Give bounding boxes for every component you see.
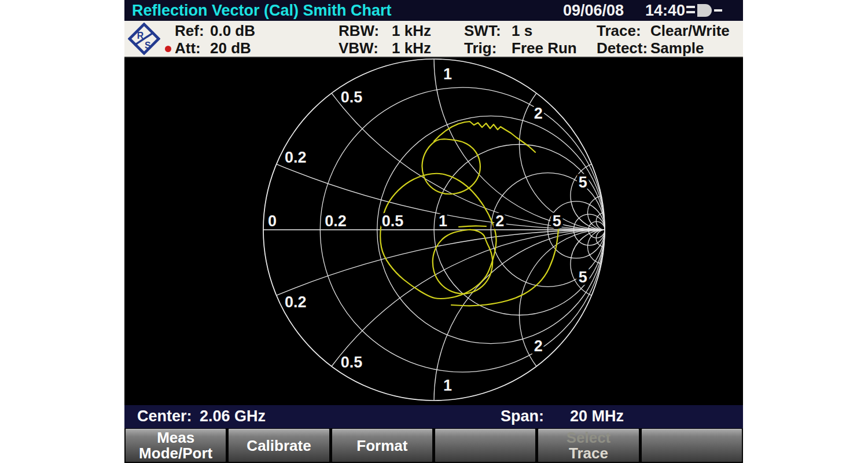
title-bar: Reflection Vector (Cal) Smith Chart 09/0… — [124, 0, 743, 21]
softkey-blank-2[interactable] — [642, 429, 742, 462]
att-marker-dot — [165, 46, 171, 52]
trace-upper-loop — [422, 139, 480, 194]
plug-cord — [714, 9, 722, 12]
reactance-label-top-1: 1 — [443, 65, 452, 83]
time-display: 14:40 — [645, 0, 685, 21]
svg-text:S: S — [145, 41, 151, 50]
reactance-label-bottom-1: 1 — [443, 377, 452, 394]
setting-att: Att:20 dB — [175, 39, 251, 57]
reactance-label-bottom-5: 5 — [579, 269, 587, 286]
reactance-label-top-0.5: 0.5 — [341, 89, 363, 106]
softkey-calibrate[interactable]: Calibrate — [229, 429, 329, 462]
instrument-screen: Reflection Vector (Cal) Smith Chart 09/0… — [124, 0, 743, 463]
reactance-label-top-2: 2 — [534, 105, 543, 122]
svg-text:R: R — [137, 31, 144, 41]
setting-rbw: RBW:1 kHz — [339, 22, 431, 40]
softkey-meas-mode-port[interactable]: Meas Mode/Port — [126, 429, 226, 462]
softkey-select-trace[interactable]: Select Trace — [538, 429, 638, 462]
axis-label-0.2: 0.2 — [325, 212, 347, 230]
reactance-label-top-0.2: 0.2 — [285, 149, 307, 166]
trace-lower-loop — [433, 230, 492, 294]
span-frequency: Span:20 MHz — [501, 405, 624, 427]
axis-label-0.5: 0.5 — [382, 212, 404, 230]
trace-top-arc — [434, 122, 535, 152]
plug-body — [697, 4, 712, 17]
reactance-label-bottom-0.2: 0.2 — [285, 293, 307, 311]
frequency-status-bar: Center:2.06 GHz Span:20 MHz — [124, 405, 743, 428]
axis-label-5: 5 — [553, 212, 561, 230]
softkey-blank-1[interactable] — [435, 429, 535, 462]
reactance-arc--2 — [520, 230, 605, 366]
axis-label-2: 2 — [495, 212, 504, 230]
center-frequency: Center:2.06 GHz — [137, 405, 266, 427]
reactance-label-top-5: 5 — [579, 174, 587, 191]
axis-label-0: 0 — [268, 212, 277, 230]
setting-trig: Trig:Free Run — [464, 39, 577, 57]
setting-detect: Detect:Sample — [597, 39, 704, 57]
trace-axis-flat — [459, 226, 486, 227]
reactance-label-bottom-0.5: 0.5 — [341, 354, 363, 371]
settings-panel: R S Ref:0.0 dB Att:20 dB RBW:1 kHz VBW:1… — [124, 21, 743, 58]
reactance-arc-+2 — [519, 93, 605, 230]
smith-chart: 00.20.51250.20.20.50.5112255 — [124, 58, 743, 405]
setting-swt: SWT:1 s — [464, 22, 532, 40]
rohde-schwarz-logo: R S — [128, 23, 160, 55]
plug-prongs — [686, 6, 695, 16]
smith-chart-area: 00.20.51250.20.20.50.5112255 — [124, 58, 743, 405]
axis-label-1: 1 — [439, 212, 447, 230]
setting-ref: Ref:0.0 dB — [175, 22, 255, 40]
softkey-bar: Meas Mode/Port Calibrate Format Select T… — [124, 428, 743, 463]
setting-trace: Trace:Clear/Write — [597, 22, 730, 40]
page-title: Reflection Vector (Cal) Smith Chart — [132, 0, 392, 21]
setting-vbw: VBW:1 kHz — [339, 39, 431, 57]
reactance-label-bottom-2: 2 — [534, 337, 543, 355]
ac-power-icon — [686, 4, 730, 17]
date-display: 09/06/08 — [563, 0, 624, 21]
softkey-format[interactable]: Format — [332, 429, 432, 462]
